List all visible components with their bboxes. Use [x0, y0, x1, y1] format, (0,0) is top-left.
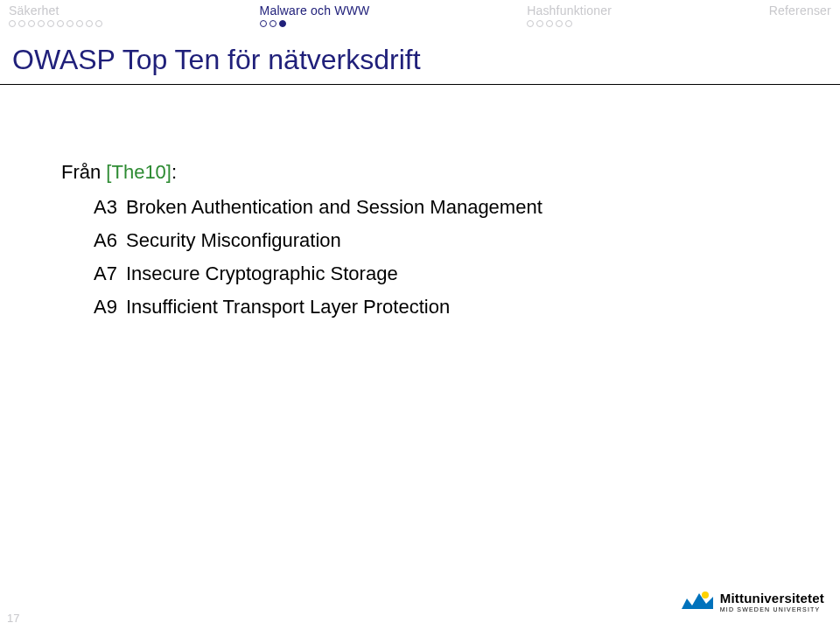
- slide-body: Från [The10]: A3 Broken Authentication a…: [61, 158, 788, 326]
- progress-dot[interactable]: [536, 20, 543, 27]
- item-text: Broken Authentication and Session Manage…: [126, 192, 788, 222]
- title-rule: [0, 84, 840, 85]
- nav-label: Säkerhet: [9, 4, 60, 18]
- progress-dot[interactable]: [279, 20, 286, 27]
- nav-section-hash[interactable]: Hashfunktioner: [527, 4, 612, 27]
- nav-progress-dots: [9, 19, 102, 27]
- logo-icon: [682, 590, 713, 614]
- list-item: A9 Insufficient Transport Layer Protecti…: [61, 292, 788, 322]
- list-item: A6 Security Misconfiguration: [61, 226, 788, 256]
- progress-dot[interactable]: [260, 20, 267, 27]
- progress-dot[interactable]: [556, 20, 563, 27]
- nav-progress-dots: [527, 19, 572, 27]
- progress-dot[interactable]: [527, 20, 534, 27]
- item-key: A6: [61, 226, 126, 256]
- progress-dot[interactable]: [18, 20, 25, 27]
- logo-text: Mittuniversitetet MID SWEDEN UNIVERSITY: [720, 592, 824, 612]
- progress-dot[interactable]: [565, 20, 572, 27]
- progress-dot[interactable]: [546, 20, 553, 27]
- nav-label: Referenser: [769, 4, 831, 18]
- progress-dot[interactable]: [9, 20, 16, 27]
- list-item: A3 Broken Authentication and Session Man…: [61, 192, 788, 222]
- nav-progress-dots: [260, 19, 286, 27]
- university-logo: Mittuniversitetet MID SWEDEN UNIVERSITY: [682, 590, 824, 614]
- progress-dot[interactable]: [28, 20, 35, 27]
- item-text: Security Misconfiguration: [126, 226, 788, 256]
- citation[interactable]: [The10]: [106, 161, 172, 183]
- progress-dot[interactable]: [66, 20, 74, 27]
- progress-dot[interactable]: [86, 20, 93, 27]
- svg-point-0: [702, 592, 709, 598]
- progress-dot[interactable]: [95, 20, 102, 27]
- intro-prefix: Från: [61, 161, 106, 183]
- item-list: A3 Broken Authentication and Session Man…: [61, 192, 788, 322]
- item-key: A9: [61, 292, 126, 322]
- nav-label: Malware och WWW: [260, 4, 370, 18]
- item-text: Insecure Cryptographic Storage: [126, 259, 788, 289]
- progress-dot[interactable]: [38, 20, 45, 27]
- progress-dot[interactable]: [57, 20, 64, 27]
- frame-title: OWASP Top Ten för nätverksdrift: [12, 44, 421, 76]
- logo-name: Mittuniversitetet: [720, 592, 824, 605]
- section-nav: Säkerhet Malware och WWW Hashfunktioner …: [0, 4, 840, 27]
- item-key: A7: [61, 259, 126, 289]
- nav-label: Hashfunktioner: [527, 4, 612, 18]
- list-item: A7 Insecure Cryptographic Storage: [61, 259, 788, 289]
- progress-dot[interactable]: [76, 20, 83, 27]
- nav-section-referenser[interactable]: Referenser: [769, 4, 831, 27]
- progress-dot[interactable]: [47, 20, 54, 27]
- nav-section-malware[interactable]: Malware och WWW: [260, 4, 370, 27]
- page-number: 17: [7, 612, 19, 625]
- nav-section-sakerhet[interactable]: Säkerhet: [9, 4, 102, 27]
- item-text: Insufficient Transport Layer Protection: [126, 292, 788, 322]
- intro-suffix: :: [172, 161, 177, 183]
- intro-line: Från [The10]:: [61, 158, 788, 187]
- progress-dot[interactable]: [270, 20, 276, 27]
- logo-tagline: MID SWEDEN UNIVERSITY: [720, 606, 824, 612]
- item-key: A3: [61, 192, 126, 222]
